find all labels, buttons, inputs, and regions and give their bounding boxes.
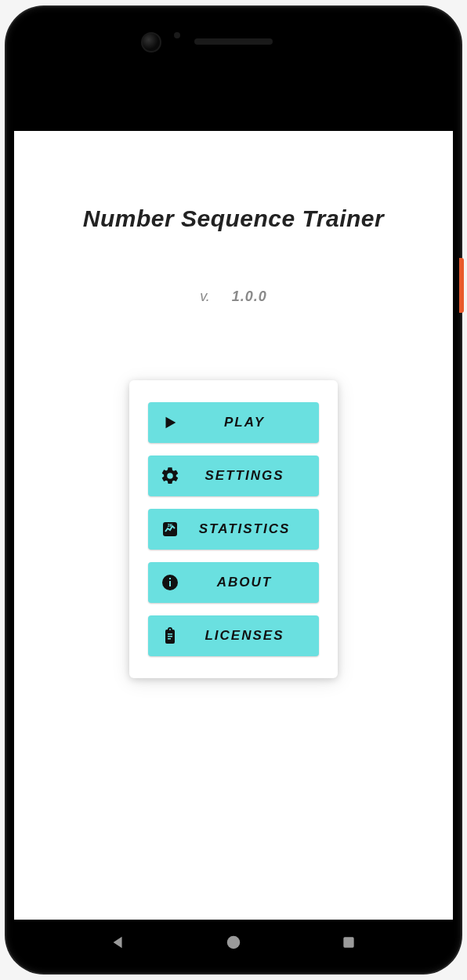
- version-label: v.: [200, 289, 210, 305]
- licenses-label: LICENSES: [181, 628, 308, 644]
- home-button[interactable]: [222, 931, 245, 954]
- svg-point-8: [227, 936, 241, 949]
- play-button[interactable]: PLAY: [148, 402, 319, 443]
- svg-rect-6: [168, 636, 172, 637]
- svg-rect-4: [169, 578, 171, 579]
- gear-icon: [159, 465, 181, 487]
- sensor-dot: [174, 32, 180, 38]
- about-button[interactable]: ABOUT: [148, 562, 319, 603]
- svg-rect-5: [168, 633, 172, 635]
- svg-rect-7: [168, 638, 171, 640]
- svg-rect-9: [343, 937, 353, 947]
- svg-rect-3: [169, 581, 171, 586]
- statistics-button[interactable]: 2K STATISTICS: [148, 509, 319, 550]
- statistics-label: STATISTICS: [181, 521, 308, 537]
- earpiece-speaker: [194, 38, 273, 45]
- android-nav-bar: [14, 920, 453, 965]
- back-button[interactable]: [107, 931, 130, 954]
- settings-button[interactable]: SETTINGS: [148, 456, 319, 496]
- play-icon: [159, 412, 181, 434]
- phone-frame: Number Sequence Trainer v. 1.0.0 PLAY SE…: [6, 7, 461, 973]
- phone-inner: Number Sequence Trainer v. 1.0.0 PLAY SE…: [14, 15, 453, 965]
- settings-label: SETTINGS: [181, 468, 308, 484]
- power-button: [459, 258, 464, 313]
- version-value: 1.0.0: [232, 289, 267, 305]
- front-camera: [141, 32, 161, 53]
- phone-notch-area: [14, 15, 453, 131]
- recent-apps-button[interactable]: [337, 931, 360, 954]
- licenses-button[interactable]: LICENSES: [148, 615, 319, 656]
- svg-text:2K: 2K: [168, 523, 173, 528]
- clipboard-icon: [159, 625, 181, 647]
- stats-icon: 2K: [159, 518, 181, 540]
- info-icon: [159, 572, 181, 593]
- app-screen: Number Sequence Trainer v. 1.0.0 PLAY SE…: [14, 131, 453, 920]
- main-menu-card: PLAY SETTINGS 2K STATISTICS: [129, 380, 338, 678]
- play-label: PLAY: [181, 415, 308, 430]
- version-row: v. 1.0.0: [200, 289, 267, 305]
- about-label: ABOUT: [181, 575, 308, 590]
- app-title: Number Sequence Trainer: [83, 205, 384, 232]
